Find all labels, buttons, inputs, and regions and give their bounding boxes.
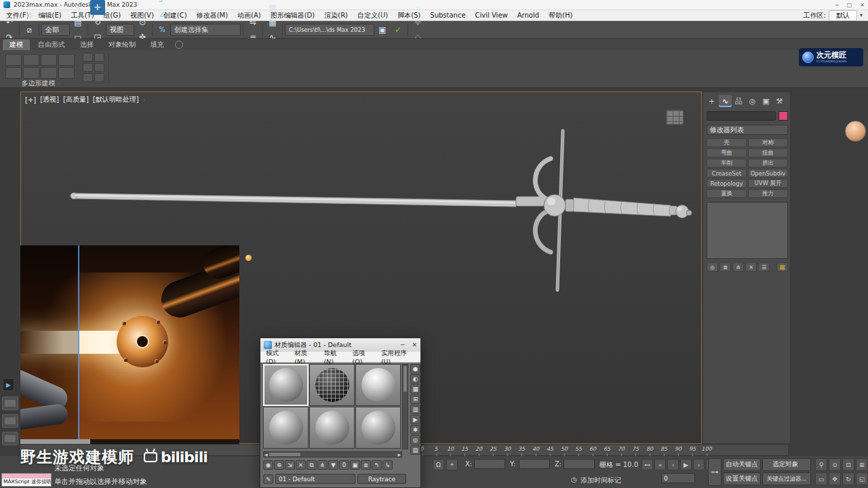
workspace-value[interactable]: 默认 [829,10,857,21]
material-slot[interactable] [309,364,355,406]
ribbon-tab[interactable]: 填充 [144,39,171,50]
percent-snap-icon[interactable]: % [155,22,170,37]
mirror-icon[interactable]: ⇋ [245,15,260,30]
scroll-left-icon[interactable]: ◀ [264,452,268,457]
sample-tiling-icon[interactable]: ⊞ [410,394,420,404]
play-icon[interactable]: ▶ [680,459,692,470]
close-icon[interactable]: ✕ [412,342,417,348]
select-and-move-icon[interactable]: ✛ [90,0,105,15]
show-end-result-icon[interactable]: ≣ [361,460,371,470]
configure-modifier-sets-icon[interactable]: ▦ [776,262,788,272]
ribbon-mini-button[interactable] [23,54,39,66]
selection-filter-dropdown[interactable]: 全部▾ [41,24,70,36]
modifier-button[interactable]: UVW 展开 [748,179,788,188]
unlink-selection-icon[interactable]: ⧄ [22,22,37,37]
options-icon[interactable]: ✱ [410,425,420,434]
remove-modifier-icon[interactable]: ✕ [745,262,757,272]
select-and-rotate-icon[interactable]: ↻ [90,15,105,30]
frame-number-field[interactable]: 0 [661,473,695,483]
tab-motion[interactable]: ◎ [746,95,759,107]
show-in-viewport-icon[interactable]: ▣ [350,460,360,470]
zoom-extents-all-icon[interactable]: ⊞ [856,458,868,471]
modifier-button[interactable]: 对称 [748,138,788,147]
select-object-icon[interactable]: ↖ [71,0,85,15]
set-key-button[interactable]: 设置关键点 [723,472,761,485]
ribbon-mini-button[interactable] [83,73,93,82]
tab-utilities[interactable]: ⚒ [773,95,786,107]
go-to-parent-icon[interactable]: ↰ [372,460,382,470]
zoom-region-icon[interactable]: ▭ [815,472,827,485]
coord-z-field[interactable] [564,459,595,469]
ribbon-mini-button[interactable] [58,67,75,79]
layer-explorer-icon[interactable]: ▥ [265,0,280,15]
ribbon-mini-button[interactable] [94,63,104,72]
sample-type-icon[interactable]: ● [410,364,420,373]
reset-map-icon[interactable]: ✕ [296,460,306,470]
maxscript-mini-listener[interactable]: MAXScript 迷你侦听器 [1,473,52,487]
backlight-icon[interactable]: ◐ [410,374,420,384]
undo-icon[interactable]: ↶ [2,15,17,30]
next-frame-icon[interactable]: › [693,459,705,470]
toolbar-extra-icon-1[interactable]: ⌖ [410,0,425,15]
mini-panel-icon[interactable] [2,396,18,410]
background-icon[interactable]: ▦ [410,384,420,394]
mini-play-icon[interactable]: ▶ [3,378,14,391]
select-and-link-icon[interactable]: ⧉ [22,7,37,22]
tutorial-video-overlay[interactable] [20,245,239,444]
material-horizontal-scrollbar[interactable]: ◀ ▶ [263,451,402,458]
modifier-button[interactable]: 扭曲 [748,148,788,157]
material-editor-menu-item[interactable]: 材质(M) [291,349,320,365]
coord-y-field[interactable] [519,459,550,469]
ribbon-mini-button[interactable] [83,63,93,72]
ribbon-mini-button[interactable] [41,54,57,66]
render-setup-icon[interactable]: ♨ [375,7,390,22]
put-material-icon[interactable]: ⊕ [274,460,284,470]
menu-item[interactable]: 帮助(H) [544,11,577,20]
viewcube[interactable] [666,110,684,125]
video-color-check-icon[interactable]: ▥ [410,405,420,414]
minimize-icon[interactable]: ─ [835,2,839,8]
modifier-button[interactable]: 挤出 [748,159,788,167]
auto-key-button[interactable]: 自动关键点 [723,458,761,471]
material-slot[interactable] [355,407,401,449]
menu-item[interactable]: 渲染(R) [319,11,353,20]
close-icon[interactable]: ✕ [860,2,865,8]
use-pivot-center-icon[interactable]: ⊙ [135,15,150,30]
viewport-menu-general[interactable]: [+] [25,96,36,104]
key-filters-button[interactable]: 关键点过滤器... [762,472,811,485]
ribbon-mini-button[interactable] [94,53,104,62]
add-time-tag[interactable]: 添加时间标记 [580,476,621,485]
object-color-swatch[interactable] [778,111,788,121]
maximize-viewport-icon[interactable]: ◱ [856,472,868,485]
mini-panel-icon[interactable] [2,414,18,428]
make-unique-icon[interactable]: ⋔ [317,460,328,470]
menu-item[interactable]: Arnold [513,12,544,19]
modifier-button[interactable]: 车削 [707,159,747,167]
absolute-mode-icon[interactable]: ⌖ [446,459,458,470]
selection-lock-icon[interactable]: Ω [433,459,444,470]
make-preview-icon[interactable]: ▶ [410,415,420,424]
reference-coordinate-dropdown[interactable]: 视图▾ [106,24,134,36]
zoom-icon[interactable]: ⚲ [815,458,827,471]
menu-item[interactable]: 修改器(M) [192,11,233,20]
menu-item[interactable]: Substance [425,12,470,19]
material-slot[interactable] [263,364,309,406]
video-progress-bar[interactable] [20,439,239,444]
menu-item[interactable]: Civil View [471,12,513,19]
go-to-sibling-icon[interactable]: ↳ [382,460,393,470]
angle-snap-icon[interactable]: ∠ [155,7,170,22]
project-path-field[interactable]: C:\Users\tl\...\ds Max 2023▾ [285,24,374,36]
ribbon-options-icon[interactable] [175,41,183,49]
material-editor-menu-item[interactable]: 模式(D) [262,349,291,365]
get-material-icon[interactable]: ◉ [263,460,273,470]
show-end-result-icon[interactable]: ≣ [719,262,731,272]
material-slot[interactable] [355,364,401,406]
material-slot[interactable] [309,407,355,449]
ribbon-mini-button[interactable] [58,54,75,66]
workspace-selector[interactable]: 工作区: 默认 ▾ [804,10,867,21]
tab-hierarchy[interactable]: 品 [732,95,745,107]
ribbon-panel-label[interactable]: 多边形建模 ▾ [5,79,76,88]
maximize-icon[interactable]: □ [847,2,852,8]
modifier-button[interactable]: 推力 [748,189,788,198]
material-name-dropdown[interactable]: 01 - Default ▾ [275,474,355,484]
